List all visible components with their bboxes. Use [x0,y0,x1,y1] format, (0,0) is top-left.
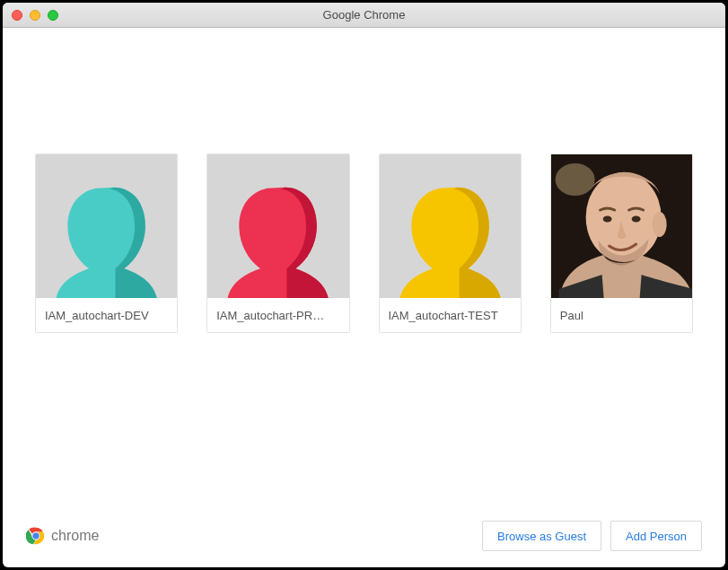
profile-card[interactable]: IAM_autochart-DEV [35,153,178,333]
minimize-window-button[interactable] [30,10,40,21]
chrome-icon [26,526,46,546]
titlebar[interactable]: Google Chrome [3,3,725,28]
traffic-lights [12,10,58,21]
photo-icon [551,154,692,298]
close-window-button[interactable] [12,10,22,21]
svg-point-4 [602,216,611,223]
profile-label: IAM_autochart-PR… [207,298,348,332]
profile-label: IAM_autochart-TEST [380,298,521,332]
profile-card[interactable]: IAM_autochart-PR… [206,153,349,333]
avatar-photo [551,154,692,298]
avatar [207,154,348,298]
svg-point-1 [555,163,594,196]
browse-as-guest-button[interactable]: Browse as Guest [482,521,601,551]
chrome-brand: chrome [26,526,99,546]
content-area: IAM_autochart-DEV IAM_autochart-PR… [3,28,725,567]
profile-card[interactable]: IAM_autochart-TEST [379,153,522,333]
add-person-button[interactable]: Add Person [610,521,702,551]
chrome-brand-text: chrome [51,528,99,544]
svg-point-5 [631,216,640,223]
profile-card[interactable]: Paul [550,153,693,333]
footer: chrome Browse as Guest Add Person [3,517,725,567]
window-title: Google Chrome [3,8,725,22]
profile-label: IAM_autochart-DEV [36,298,177,332]
window: Google Chrome IAM_autochart-DEV [3,3,725,567]
profiles-grid: IAM_autochart-DEV IAM_autochart-PR… [35,153,693,333]
maximize-window-button[interactable] [48,10,58,21]
profiles-area: IAM_autochart-DEV IAM_autochart-PR… [3,28,725,517]
silhouette-icon [36,154,177,298]
svg-point-3 [652,212,666,237]
silhouette-icon [380,154,521,298]
avatar [36,154,177,298]
silhouette-icon [207,154,348,298]
avatar [380,154,521,298]
profile-label: Paul [551,298,692,332]
